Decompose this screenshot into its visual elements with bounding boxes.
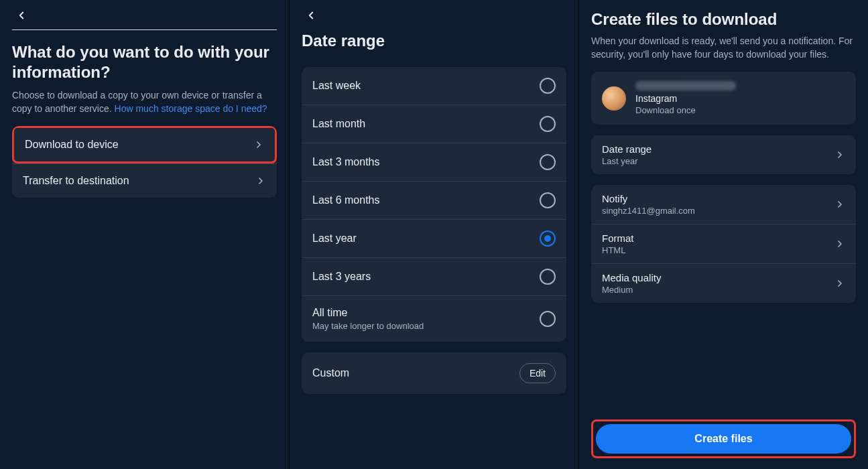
page-subtitle: Choose to download a copy to your own de… xyxy=(12,89,277,115)
chevron-right-icon xyxy=(834,199,845,210)
setting-date-range[interactable]: Date range Last year xyxy=(591,135,856,174)
setting-key: Media quality xyxy=(602,272,661,283)
page-title: Create files to download xyxy=(591,9,856,29)
account-card: Instagram Download once xyxy=(591,72,856,125)
date-range-option[interactable]: Last year xyxy=(302,219,566,257)
avatar xyxy=(602,86,626,111)
custom-range-row[interactable]: Custom Edit xyxy=(302,352,566,394)
options-card: Download to device Transfer to destinati… xyxy=(12,126,277,198)
date-range-option[interactable]: Last month xyxy=(302,105,566,143)
page-title: Date range xyxy=(302,31,566,51)
chevron-right-icon xyxy=(834,278,845,289)
chevron-left-icon xyxy=(15,9,27,21)
radio-icon[interactable] xyxy=(540,192,556,208)
setting-notify[interactable]: Notify singhz1411@gmail.com xyxy=(591,185,856,224)
radio-icon[interactable] xyxy=(540,78,556,94)
radio-icon[interactable] xyxy=(540,311,556,327)
option-label: All time xyxy=(312,307,424,319)
date-range-option[interactable]: Last week xyxy=(302,67,566,105)
back-button[interactable] xyxy=(302,6,320,25)
option-label: Last 6 months xyxy=(312,194,380,206)
page-subtitle: When your download is ready, we'll send … xyxy=(591,35,856,61)
create-files-button[interactable]: Create files xyxy=(596,424,851,454)
option-label: Last week xyxy=(312,80,361,92)
setting-value: HTML xyxy=(602,245,634,255)
date-range-option[interactable]: All timeMay take longer to download xyxy=(302,295,566,342)
account-name-redacted xyxy=(635,81,736,90)
radio-icon[interactable] xyxy=(540,269,556,285)
option-download-to-device[interactable]: Download to device xyxy=(12,126,277,163)
account-frequency: Download once xyxy=(635,105,736,115)
cta-highlight: Create files xyxy=(591,419,856,458)
option-label: Download to device xyxy=(25,139,119,151)
custom-range-label: Custom xyxy=(312,367,349,379)
setting-key: Notify xyxy=(602,193,695,204)
date-range-option[interactable]: Last 3 years xyxy=(302,257,566,295)
option-label: Last year xyxy=(312,232,357,245)
page-title: What do you want to do with your informa… xyxy=(12,42,277,82)
radio-selected-icon[interactable] xyxy=(540,230,556,247)
setting-value: Last year xyxy=(602,156,652,166)
account-row[interactable]: Instagram Download once xyxy=(591,72,856,125)
settings-card: Notify singhz1411@gmail.com Format HTML … xyxy=(591,185,856,303)
setting-value: Medium xyxy=(602,285,661,295)
option-label: Last month xyxy=(312,118,365,130)
option-label: Last 3 months xyxy=(312,156,380,168)
chevron-right-icon xyxy=(253,139,264,150)
chevron-right-icon xyxy=(834,149,845,160)
chevron-right-icon xyxy=(834,239,845,249)
storage-help-link[interactable]: How much storage space do I need? xyxy=(115,103,267,114)
date-range-card: Last weekLast monthLast 3 monthsLast 6 m… xyxy=(302,67,566,342)
back-button[interactable] xyxy=(12,6,31,25)
pane-what-to-do: What do you want to do with your informa… xyxy=(0,0,289,469)
pane-create-files: Create files to download When your downl… xyxy=(578,0,868,469)
option-label: Transfer to destination xyxy=(23,175,129,187)
pane-date-range: Date range Last weekLast monthLast 3 mon… xyxy=(289,0,578,469)
chevron-right-icon xyxy=(255,176,266,186)
option-label: Last 3 years xyxy=(312,271,371,283)
date-range-summary-card: Date range Last year xyxy=(591,135,856,174)
divider xyxy=(12,29,277,30)
edit-button[interactable]: Edit xyxy=(519,363,556,383)
setting-key: Date range xyxy=(602,143,652,155)
setting-media-quality[interactable]: Media quality Medium xyxy=(591,263,856,303)
setting-key: Format xyxy=(602,232,634,244)
custom-range-card: Custom Edit xyxy=(302,352,566,394)
date-range-option[interactable]: Last 3 months xyxy=(302,143,566,181)
chevron-left-icon xyxy=(305,9,317,21)
date-range-option[interactable]: Last 6 months xyxy=(302,181,566,219)
account-platform: Instagram xyxy=(635,93,736,104)
setting-value: singhz1411@gmail.com xyxy=(602,206,695,216)
setting-format[interactable]: Format HTML xyxy=(591,224,856,263)
option-sublabel: May take longer to download xyxy=(312,321,424,331)
radio-icon[interactable] xyxy=(540,116,556,132)
option-transfer-to-destination[interactable]: Transfer to destination xyxy=(12,163,277,198)
radio-icon[interactable] xyxy=(540,154,556,170)
